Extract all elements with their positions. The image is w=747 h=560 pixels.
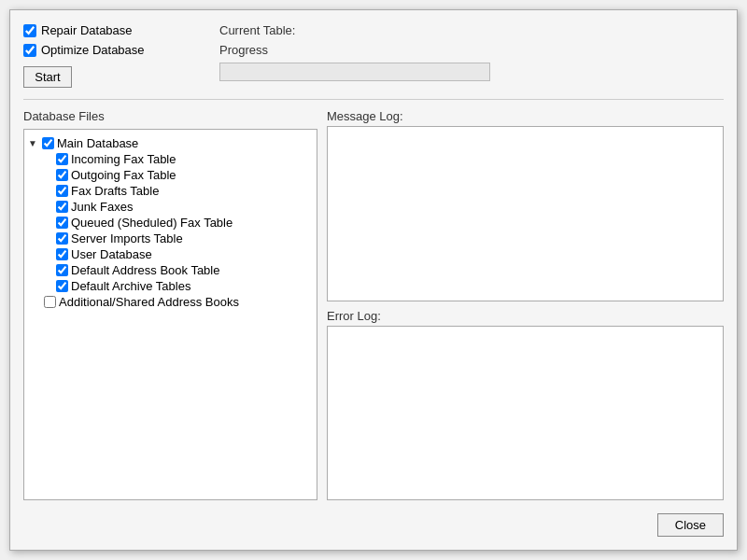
message-log-textarea[interactable]: [328, 127, 723, 301]
list-item: Junk Faxes: [56, 199, 313, 215]
optimize-database-checkbox[interactable]: [23, 44, 36, 57]
message-log-label: Message Log:: [327, 109, 724, 123]
outgoing-fax-checkbox[interactable]: [56, 169, 68, 181]
incoming-fax-label: Incoming Fax Table: [71, 152, 176, 166]
error-log-label: Error Log:: [327, 309, 724, 323]
fax-drafts-checkbox[interactable]: [56, 185, 68, 197]
server-imports-label: Server Imports Table: [71, 231, 183, 245]
database-files-title: Database Files: [23, 109, 317, 123]
top-section: Repair Database Optimize Database Start …: [23, 23, 724, 100]
top-left-controls: Repair Database Optimize Database Start: [23, 23, 210, 88]
junk-faxes-label: Junk Faxes: [71, 200, 133, 214]
main-database-label: Main Database: [57, 136, 138, 150]
tree-view[interactable]: ▼ Main Database Incoming Fax Table Outgo…: [23, 129, 317, 500]
list-item: Queued (Sheduled) Fax Table: [56, 215, 313, 231]
list-item: Incoming Fax Table: [56, 151, 313, 167]
bottom-section: Database Files ▼ Main Database Incoming …: [23, 109, 724, 500]
main-database-checkbox[interactable]: [42, 137, 54, 149]
additional-address-books-label: Additional/Shared Address Books: [59, 295, 239, 309]
optimize-database-label: Optimize Database: [41, 43, 145, 57]
repair-database-label: Repair Database: [41, 23, 133, 37]
message-log-section: Message Log:: [327, 109, 724, 301]
start-button[interactable]: Start: [23, 66, 72, 88]
tree-expand-arrow[interactable]: ▼: [28, 138, 37, 148]
user-database-checkbox[interactable]: [56, 248, 68, 260]
footer: Close: [23, 510, 724, 537]
tree-children: Incoming Fax Table Outgoing Fax Table Fa…: [28, 151, 313, 294]
queued-fax-checkbox[interactable]: [56, 217, 68, 229]
list-item: Default Archive Tables: [56, 278, 313, 294]
repair-database-checkbox[interactable]: [23, 24, 36, 37]
additional-address-books-item: Additional/Shared Address Books: [28, 294, 313, 310]
top-right-status: Current Table: Progress: [219, 23, 724, 88]
progress-label: Progress: [219, 43, 724, 57]
incoming-fax-checkbox[interactable]: [56, 153, 68, 165]
queued-fax-label: Queued (Sheduled) Fax Table: [71, 216, 233, 230]
tree-root-item: ▼ Main Database: [28, 135, 313, 151]
repair-database-row: Repair Database: [23, 23, 210, 37]
outgoing-fax-label: Outgoing Fax Table: [71, 168, 176, 182]
message-log-area[interactable]: [327, 126, 724, 301]
list-item: Server Imports Table: [56, 231, 313, 246]
optimize-database-row: Optimize Database: [23, 43, 210, 57]
list-item: User Database: [56, 246, 313, 262]
left-panel: Database Files ▼ Main Database Incoming …: [23, 109, 317, 500]
current-table-label: Current Table:: [219, 23, 724, 37]
main-dialog: Repair Database Optimize Database Start …: [9, 9, 738, 551]
server-imports-checkbox[interactable]: [56, 232, 68, 245]
fax-drafts-label: Fax Drafts Table: [71, 184, 159, 198]
error-log-area[interactable]: [327, 326, 724, 501]
error-log-textarea[interactable]: [328, 327, 723, 500]
close-button[interactable]: Close: [657, 513, 724, 537]
progress-bar: [219, 63, 490, 81]
default-archive-label: Default Archive Tables: [71, 279, 190, 293]
additional-address-books-checkbox[interactable]: [44, 296, 56, 308]
default-archive-checkbox[interactable]: [56, 280, 68, 292]
list-item: Outgoing Fax Table: [56, 167, 313, 183]
list-item: Fax Drafts Table: [56, 183, 313, 199]
user-database-label: User Database: [71, 247, 152, 261]
list-item: Default Address Book Table: [56, 262, 313, 278]
default-address-book-checkbox[interactable]: [56, 264, 68, 276]
junk-faxes-checkbox[interactable]: [56, 201, 68, 213]
error-log-section: Error Log:: [327, 309, 724, 501]
right-panel: Message Log: Error Log:: [327, 109, 724, 500]
default-address-book-label: Default Address Book Table: [71, 263, 219, 277]
